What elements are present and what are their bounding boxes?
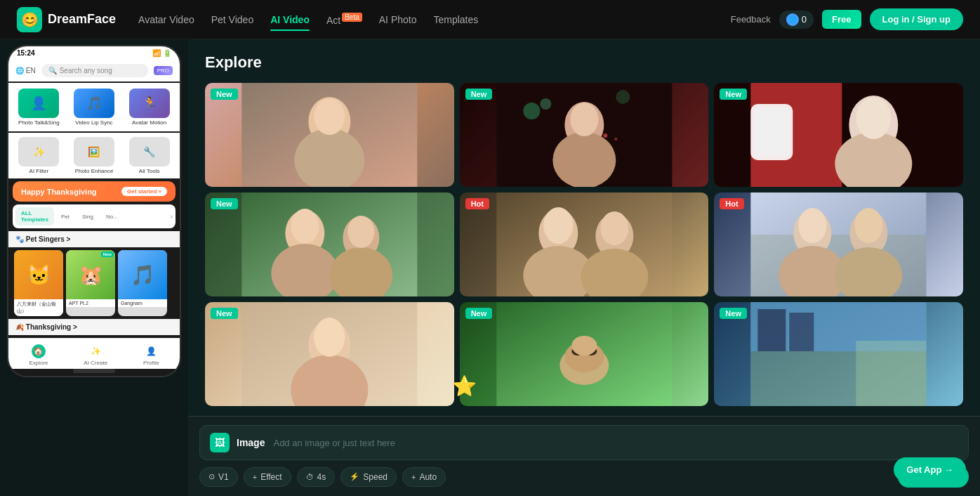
grid-item-7[interactable]: New	[205, 302, 454, 406]
phone-tab-all[interactable]: ALLTemplates	[15, 207, 54, 226]
toolbar-auto[interactable]: + Auto	[402, 467, 446, 487]
grid-item-1[interactable]: New	[205, 83, 454, 187]
bottom-nav-profile[interactable]: 👤 Profile	[143, 344, 159, 366]
toolbar-effect[interactable]: + Effect	[244, 467, 291, 487]
phone-tab-pet[interactable]: Pet	[55, 211, 75, 223]
explore-grid: New New	[205, 83, 963, 406]
get-app-label: Get App →	[906, 464, 953, 475]
feature-label-avatar-motion: Avatar Motion	[132, 119, 166, 126]
logo-area[interactable]: 😊 DreamFace	[17, 7, 116, 32]
grid-thumb-2	[460, 83, 709, 187]
phone-bottom-nav: 🏠 Explore ✨ AI Create 👤 Profile	[8, 338, 180, 369]
nav-ai-video[interactable]: AI Video	[270, 11, 310, 28]
svg-point-3	[314, 98, 345, 135]
badge-new-4: New	[211, 198, 238, 209]
svg-point-23	[291, 209, 319, 244]
phone-banner-text: Happy Thanksgiving	[21, 188, 97, 196]
phone-tab-chevron[interactable]: ›	[171, 213, 173, 221]
nav-ai-photo[interactable]: AI Photo	[379, 11, 417, 28]
feature-thumb-video-lip: 🎵	[74, 89, 114, 118]
feature-avatar-motion[interactable]: 🏃 Avatar Motion	[125, 89, 174, 126]
grid-thumb-1	[205, 83, 454, 187]
star-decoration: ⭐	[452, 374, 477, 398]
grid-item-3[interactable]: New	[714, 83, 963, 187]
svg-point-11	[603, 133, 607, 138]
free-button[interactable]: Free	[822, 10, 861, 29]
badge-new-8: New	[465, 308, 493, 319]
feedback-button[interactable]: Feedback	[731, 14, 771, 25]
tool-all-tools[interactable]: 🔧 All Tools	[129, 137, 170, 174]
speed-icon: ⚡	[350, 472, 359, 481]
phone-search-icon: 🔍	[48, 67, 57, 74]
v1-label: V1	[218, 472, 229, 482]
grid-item-4[interactable]: New	[205, 192, 454, 296]
nav-act[interactable]: ActBeta	[326, 11, 362, 29]
coin-badge: 🌐 0	[779, 11, 814, 29]
get-app-button[interactable]: Get App →	[894, 457, 966, 482]
tool-label-all: All Tools	[139, 168, 160, 174]
grid-item-6[interactable]: Hot	[714, 192, 963, 296]
badge-new-1: New	[211, 89, 238, 100]
bottom-nav-explore[interactable]: 🏠 Explore	[29, 344, 48, 366]
phone-pet-cards: 🐱 八方来财（金山银山） 🐹 New APT Pt.2 🎵 Gangnam	[8, 247, 180, 319]
coin-count: 0	[802, 14, 807, 25]
banner-title: Happy Thanksgiving	[21, 188, 97, 196]
phone-card-img-cat: 🐱	[14, 250, 63, 299]
phone-tabs: ALLTemplates Pet Sing No... ›	[13, 204, 176, 228]
bottom-nav-explore-icon: 🏠	[32, 344, 46, 358]
beta-badge: Beta	[342, 13, 362, 22]
bottom-nav-create[interactable]: ✨ AI Create	[84, 344, 107, 366]
tool-thumb-filter: ✨	[18, 137, 59, 167]
feature-label-photo-talk: Photo Talk&Sing	[18, 119, 60, 126]
login-button[interactable]: Log in / Sign up	[870, 8, 963, 30]
toolbar-v1[interactable]: ⊙ V1	[199, 467, 238, 487]
feature-video-lip[interactable]: 🎵 Video Lip Sync	[69, 89, 119, 126]
tool-thumb-enhance: 🖼️	[74, 137, 114, 167]
header: 😊 DreamFace Avatar Video Pet Video AI Vi…	[0, 0, 980, 39]
nav-avatar-video[interactable]: Avatar Video	[138, 11, 194, 28]
input-label: Image	[237, 437, 265, 448]
svg-point-26	[347, 216, 374, 248]
input-row[interactable]: 🖼 Image Add an image or just text here	[199, 425, 969, 460]
nav-pet-video[interactable]: Pet Video	[211, 11, 253, 28]
phone-search-bar: 🌐 EN 🔍 Search any song PRO	[8, 60, 180, 81]
badge-new-7: New	[211, 308, 238, 319]
grid-item-2[interactable]: New	[460, 83, 709, 187]
phone-home-indicator	[73, 369, 115, 373]
bottom-input-bar: 🖼 Image Add an image or just text here ⊙…	[188, 416, 980, 496]
bottom-nav-profile-icon: 👤	[144, 344, 158, 358]
phone-card-img-other: 🎵	[118, 250, 167, 299]
phone-card-other[interactable]: 🎵 Gangnam	[118, 250, 167, 316]
phone-card-cat[interactable]: 🐱 八方来财（金山银山）	[14, 250, 63, 316]
phone-tab-sing[interactable]: Sing	[77, 211, 99, 223]
toolbar-duration[interactable]: ⏱ 4s	[297, 467, 336, 487]
badge-new-2: New	[465, 89, 493, 100]
svg-point-10	[570, 103, 598, 136]
phone-frame: 15:24 📶 🔋 🌐 EN 🔍 Search any song PRO 👤 P…	[7, 45, 181, 377]
svg-point-9	[552, 132, 616, 187]
tool-photo-enhance[interactable]: 🖼️ Photo Enhance	[74, 137, 114, 174]
grid-item-9[interactable]: New	[714, 302, 963, 406]
input-placeholder: Add an image or just text here	[273, 438, 958, 448]
feature-photo-talk[interactable]: 👤 Photo Talk&Sing	[14, 89, 63, 126]
grid-thumb-7	[205, 302, 454, 406]
phone-card-hamster[interactable]: 🐹 New APT Pt.2	[66, 250, 115, 316]
svg-rect-57	[790, 313, 814, 351]
phone-tools: ✨ AI Filter 🖼️ Photo Enhance 🔧 All Tools	[8, 133, 180, 178]
phone-status-bar: 15:24 📶 🔋	[8, 46, 180, 60]
svg-rect-19	[755, 107, 790, 157]
grid-item-5[interactable]: Hot	[460, 192, 709, 296]
svg-rect-55	[856, 341, 927, 406]
svg-point-41	[855, 208, 883, 243]
nav-templates[interactable]: Templates	[433, 11, 478, 28]
toolbar-speed[interactable]: ⚡ Speed	[340, 467, 397, 487]
banner-cta[interactable]: Get started »	[121, 187, 167, 196]
auto-label: Auto	[419, 472, 437, 482]
svg-point-33	[600, 211, 628, 245]
tool-ai-filter[interactable]: ✨ AI Filter	[18, 137, 59, 174]
logo-text: DreamFace	[48, 12, 116, 27]
grid-item-8[interactable]: New	[460, 302, 709, 406]
logo-icon: 😊	[17, 7, 42, 32]
phone-search-input[interactable]: 🔍 Search any song	[41, 64, 148, 77]
phone-tab-more[interactable]: No...	[100, 211, 124, 223]
